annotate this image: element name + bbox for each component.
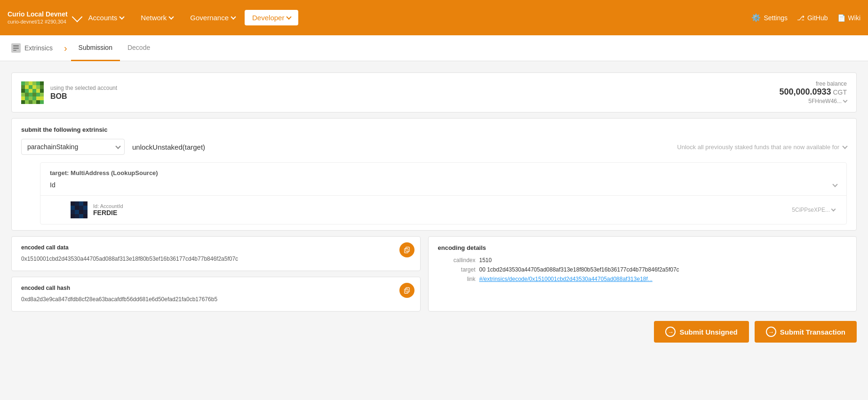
submit-label: submit the following extrinsic <box>21 126 847 133</box>
callindex-value: 1510 <box>479 257 492 264</box>
svg-rect-0 <box>13 45 19 47</box>
svg-rect-23 <box>25 93 29 96</box>
submit-transaction-icon: → <box>766 327 776 337</box>
svg-rect-46 <box>79 206 83 210</box>
submit-unsigned-label: Submit Unsigned <box>679 328 737 336</box>
subnav-divider: › <box>64 43 67 54</box>
encoded-left: encoded call data 0x1510001cbd2d43530a44… <box>11 236 421 312</box>
svg-rect-51 <box>83 210 88 214</box>
topnav: Curio Local Devnet curio-devnet/12 #290,… <box>0 0 868 35</box>
submit-transaction-label: Submit Transaction <box>780 328 845 336</box>
copy-call-data-button[interactable] <box>399 242 414 257</box>
svg-rect-6 <box>29 81 32 85</box>
wiki-item[interactable]: 📄 Wiki <box>837 14 860 22</box>
chevron-down-icon <box>119 14 125 19</box>
extrinsic-row: parachainStaking unlockUnstaked(target) … <box>21 139 847 155</box>
svg-rect-14 <box>36 85 40 89</box>
svg-rect-11 <box>25 85 29 89</box>
accountid-name: FERDIE <box>93 209 792 216</box>
chevron-down-icon <box>843 98 848 103</box>
tab-decode[interactable]: Decode <box>120 35 158 61</box>
svg-rect-54 <box>79 214 83 218</box>
svg-rect-47 <box>83 206 88 210</box>
extrinsic-description: Unlock all previously staked funds that … <box>375 144 847 151</box>
brand[interactable]: Curio Local Devnet curio-devnet/12 #290,… <box>8 10 68 25</box>
copy-call-hash-button[interactable] <box>399 283 414 298</box>
bottom-section: encoded call data 0x1510001cbd2d43530a44… <box>11 236 857 312</box>
nav-right: ⚙️ Settings ⎇ GitHub 📄 Wiki <box>751 13 860 22</box>
svg-rect-36 <box>29 100 32 104</box>
encoded-call-hash-card: encoded call hash 0xd8a2d3e9ca847dfdb8cf… <box>11 277 421 312</box>
brand-title: Curio Local Devnet <box>8 10 68 18</box>
footer-buttons: → Submit Unsigned → Submit Transaction <box>11 321 857 343</box>
svg-rect-48 <box>71 210 75 214</box>
svg-rect-44 <box>71 206 75 210</box>
target-param-content: target: MultiAddress (LookupSource) Id <box>40 163 846 195</box>
tab-submission[interactable]: Submission <box>71 35 120 61</box>
github-label: GitHub <box>807 14 828 22</box>
svg-rect-19 <box>32 89 36 93</box>
chevron-down-icon <box>231 14 236 19</box>
subnav-section-extrinsics[interactable]: Extrinsics <box>11 43 53 53</box>
account-row: using the selected account BOB free bala… <box>12 73 856 112</box>
nav-item-governance[interactable]: Governance <box>183 10 243 25</box>
account-address-row: 5FHneW46... <box>779 98 847 104</box>
nav-item-developer[interactable]: Developer <box>245 10 298 25</box>
nav-items: Accounts Network Governance Developer <box>81 10 752 25</box>
nav-item-accounts[interactable]: Accounts <box>81 10 132 25</box>
account-balance: free balance 500,000.0933 CGT 5FHneW46..… <box>779 80 847 104</box>
nav-label-accounts: Accounts <box>88 14 118 22</box>
svg-rect-5 <box>25 81 29 85</box>
encoding-details-card: encoding details callindex 1510 target 0… <box>428 236 857 312</box>
svg-rect-45 <box>75 206 79 210</box>
svg-rect-27 <box>40 93 44 96</box>
submit-unsigned-button[interactable]: → Submit Unsigned <box>654 321 749 343</box>
encoded-call-data-label: encoded call data <box>21 244 411 251</box>
target-key-value: 00 1cbd2d43530a44705ad088af313e18f80b53e… <box>479 266 679 273</box>
svg-rect-2 <box>13 50 16 51</box>
svg-rect-22 <box>21 93 25 96</box>
settings-label: Settings <box>764 14 788 22</box>
link-label: link <box>438 276 476 282</box>
chevron-down-icon <box>169 14 174 19</box>
svg-rect-53 <box>75 214 79 218</box>
svg-rect-21 <box>40 89 44 93</box>
tab-decode-label: Decode <box>127 44 150 51</box>
svg-rect-56 <box>406 247 409 251</box>
nav-label-network: Network <box>141 14 167 22</box>
brand-sub: curio-devnet/12 #290,304 <box>8 18 66 25</box>
target-select-row: Id <box>50 181 837 189</box>
subnav: Extrinsics › Submission Decode <box>0 35 868 61</box>
wiki-label: Wiki <box>848 14 860 22</box>
extrinsic-card: submit the following extrinsic parachain… <box>11 118 857 231</box>
svg-rect-52 <box>71 214 75 218</box>
github-item[interactable]: ⎇ GitHub <box>797 14 828 22</box>
settings-item[interactable]: ⚙️ Settings <box>751 13 788 22</box>
svg-rect-42 <box>79 201 83 206</box>
account-using-label: using the selected account <box>50 85 779 91</box>
accountid-type-label: Id: AccountId <box>93 203 792 209</box>
encoding-link-row: link #/extrinsics/decode/0x1510001cbd2d4… <box>438 276 847 282</box>
svg-rect-57 <box>404 248 408 253</box>
svg-rect-16 <box>21 89 25 93</box>
wiki-icon: 📄 <box>837 14 845 22</box>
svg-rect-41 <box>75 201 79 206</box>
svg-rect-38 <box>36 100 40 104</box>
chevron-down-icon <box>287 14 292 19</box>
nav-item-network[interactable]: Network <box>133 10 181 25</box>
accountid-section: Id: AccountId FERDIE 5CiPPseXPE... <box>40 195 846 224</box>
extrinsic-form: submit the following extrinsic parachain… <box>12 119 856 162</box>
encoded-call-data-value: 0x1510001cbd2d43530a44705ad088af313e18f8… <box>21 255 411 263</box>
extrinsic-method: unlockUnstaked(target) <box>132 143 368 151</box>
accountid-avatar <box>71 201 88 218</box>
svg-rect-8 <box>36 81 40 85</box>
avatar <box>21 81 44 104</box>
pallet-select[interactable]: parachainStaking <box>21 139 125 155</box>
submit-transaction-button[interactable]: → Submit Transaction <box>755 321 857 343</box>
encoding-callindex-row: callindex 1510 <box>438 257 847 264</box>
svg-rect-17 <box>25 89 29 93</box>
svg-rect-49 <box>75 210 79 214</box>
chevron-down-icon <box>842 144 847 149</box>
encoding-link[interactable]: #/extrinsics/decode/0x1510001cbd2d43530a… <box>479 276 653 282</box>
svg-rect-33 <box>40 96 44 100</box>
